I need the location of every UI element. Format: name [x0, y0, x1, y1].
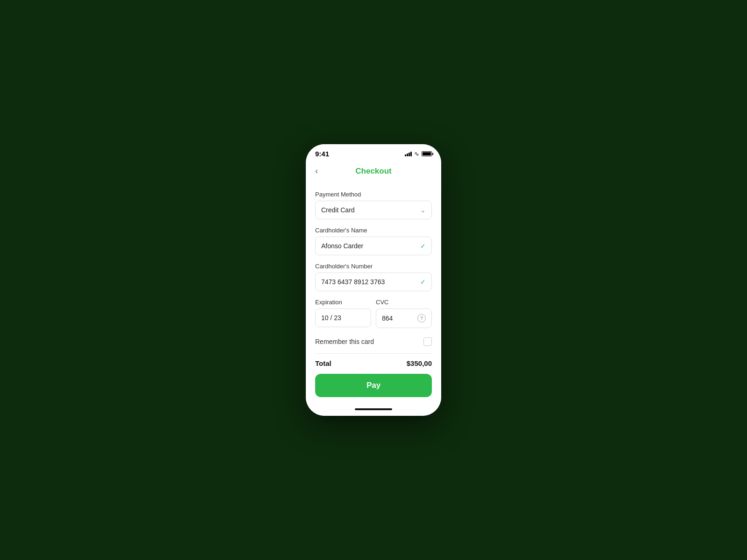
divider — [315, 353, 432, 354]
expiration-label: Expiration — [315, 299, 371, 306]
cvc-group: CVC 864 ? — [376, 299, 432, 328]
total-row: Total $350,00 — [315, 359, 432, 367]
chevron-down-icon: ⌄ — [420, 206, 426, 214]
cardholder-number-label: Cardholder's Number — [315, 263, 432, 270]
content-area: Payment Method Credit Card ⌄ Cardholder'… — [306, 183, 441, 405]
cvc-wrapper: 864 ? — [382, 314, 426, 322]
cardholder-number-field[interactable]: 7473 6437 8912 3763 ✓ — [315, 273, 432, 291]
remember-card-row: Remember this card — [315, 336, 432, 351]
expiration-cvc-row: Expiration 10 / 23 CVC 864 ? — [315, 299, 432, 336]
cardholder-name-field[interactable]: Afonso Carder ✓ — [315, 237, 432, 255]
cvc-value: 864 — [382, 315, 393, 322]
cvc-label: CVC — [376, 299, 432, 306]
signal-icon — [405, 152, 412, 156]
status-time: 9:41 — [315, 150, 329, 158]
status-icons: ∿ — [405, 150, 432, 157]
remember-card-checkbox[interactable] — [423, 337, 432, 346]
payment-method-group: Payment Method Credit Card ⌄ — [315, 191, 432, 219]
check-icon: ✓ — [420, 242, 426, 250]
home-indicator — [306, 405, 441, 416]
total-amount: $350,00 — [407, 359, 432, 367]
expiration-group: Expiration 10 / 23 — [315, 299, 371, 328]
phone-frame: 9:41 ∿ ‹ Checkout Payment Method Credit … — [306, 144, 441, 416]
cardholder-number-group: Cardholder's Number 7473 6437 8912 3763 … — [315, 263, 432, 291]
cardholder-number-value: 7473 6437 8912 3763 — [321, 278, 385, 286]
home-bar — [355, 408, 392, 410]
back-button[interactable]: ‹ — [313, 164, 320, 178]
cardholder-name-label: Cardholder's Name — [315, 227, 432, 234]
wifi-icon: ∿ — [414, 150, 419, 157]
pay-button[interactable]: Pay — [315, 374, 432, 397]
page-title: Checkout — [355, 167, 391, 176]
help-icon[interactable]: ? — [417, 314, 426, 322]
cardholder-name-group: Cardholder's Name Afonso Carder ✓ — [315, 227, 432, 255]
battery-icon — [422, 151, 432, 156]
payment-method-label: Payment Method — [315, 191, 432, 198]
total-label: Total — [315, 359, 331, 367]
expiration-field[interactable]: 10 / 23 — [315, 308, 371, 327]
status-bar: 9:41 ∿ — [306, 144, 441, 161]
expiration-value: 10 / 23 — [321, 314, 341, 322]
cvc-field[interactable]: 864 ? — [376, 308, 432, 328]
header: ‹ Checkout — [306, 161, 441, 183]
payment-method-value: Credit Card — [321, 206, 355, 214]
payment-method-dropdown[interactable]: Credit Card ⌄ — [315, 201, 432, 219]
check-icon-number: ✓ — [420, 278, 426, 286]
cardholder-name-value: Afonso Carder — [321, 242, 363, 250]
remember-card-label: Remember this card — [315, 338, 374, 345]
